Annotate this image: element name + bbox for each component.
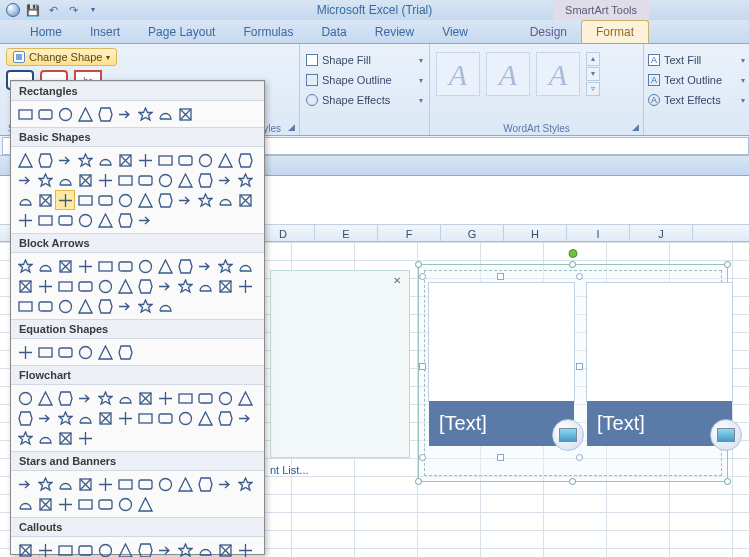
shape-option[interactable] bbox=[175, 170, 195, 190]
shape-option[interactable] bbox=[235, 408, 255, 428]
shape-option[interactable] bbox=[175, 190, 195, 210]
shape-option[interactable] bbox=[75, 474, 95, 494]
col-header[interactable]: I bbox=[567, 225, 630, 241]
wordart-preset[interactable]: A bbox=[536, 52, 580, 96]
resize-handle[interactable] bbox=[415, 261, 422, 268]
col-header[interactable]: H bbox=[504, 225, 567, 241]
shape-option[interactable] bbox=[55, 342, 75, 362]
shape-option[interactable] bbox=[95, 494, 115, 514]
shape-option[interactable] bbox=[95, 408, 115, 428]
shape-option[interactable] bbox=[175, 474, 195, 494]
shape-option[interactable] bbox=[175, 150, 195, 170]
tab-design[interactable]: Design bbox=[516, 21, 581, 43]
redo-icon[interactable]: ↷ bbox=[66, 3, 80, 17]
shape-option[interactable] bbox=[235, 256, 255, 276]
tab-formulas[interactable]: Formulas bbox=[229, 21, 307, 43]
shape-option[interactable] bbox=[75, 342, 95, 362]
picture-placeholder[interactable] bbox=[587, 283, 732, 401]
resize-handle[interactable] bbox=[569, 261, 576, 268]
shape-option[interactable] bbox=[75, 408, 95, 428]
shape-option[interactable] bbox=[115, 494, 135, 514]
shape-option[interactable] bbox=[135, 474, 155, 494]
shape-option[interactable] bbox=[55, 494, 75, 514]
undo-icon[interactable]: ↶ bbox=[46, 3, 60, 17]
shape-option[interactable] bbox=[35, 540, 55, 557]
shape-option[interactable] bbox=[115, 150, 135, 170]
shape-option[interactable] bbox=[35, 210, 55, 230]
shape-option[interactable] bbox=[55, 428, 75, 448]
shape-option[interactable] bbox=[35, 388, 55, 408]
shape-option[interactable] bbox=[35, 428, 55, 448]
shape-outline-button[interactable]: Shape Outline ▾ bbox=[306, 70, 423, 90]
tab-home[interactable]: Home bbox=[16, 21, 76, 43]
shape-option[interactable] bbox=[115, 256, 135, 276]
shape-option[interactable] bbox=[15, 388, 35, 408]
resize-handle[interactable] bbox=[415, 478, 422, 485]
shape-option[interactable] bbox=[75, 256, 95, 276]
gallery-up-icon[interactable]: ▴ bbox=[586, 52, 600, 66]
shape-option[interactable] bbox=[115, 210, 135, 230]
resize-handle[interactable] bbox=[569, 478, 576, 485]
shape-option[interactable] bbox=[55, 210, 75, 230]
change-shape-button[interactable]: Change Shape ▾ bbox=[6, 48, 117, 66]
smartart-item[interactable]: [Text] bbox=[429, 283, 574, 463]
shape-option[interactable] bbox=[155, 388, 175, 408]
shape-option[interactable] bbox=[135, 104, 155, 124]
shape-option[interactable] bbox=[115, 104, 135, 124]
shape-option[interactable] bbox=[155, 150, 175, 170]
shape-option[interactable] bbox=[195, 408, 215, 428]
shape-option[interactable] bbox=[215, 388, 235, 408]
shape-option[interactable] bbox=[135, 296, 155, 316]
shape-option[interactable] bbox=[15, 494, 35, 514]
shape-option[interactable] bbox=[75, 296, 95, 316]
shape-option[interactable] bbox=[35, 494, 55, 514]
smartart-frame[interactable]: [Text] [Text] bbox=[418, 264, 728, 482]
shape-option[interactable] bbox=[75, 150, 95, 170]
shape-option[interactable] bbox=[155, 474, 175, 494]
shape-option[interactable] bbox=[235, 474, 255, 494]
shape-option[interactable] bbox=[95, 210, 115, 230]
shape-option[interactable] bbox=[175, 408, 195, 428]
shape-option[interactable] bbox=[55, 276, 75, 296]
shape-option[interactable] bbox=[15, 540, 35, 557]
shape-option[interactable] bbox=[135, 210, 155, 230]
shape-option[interactable] bbox=[175, 256, 195, 276]
shape-option[interactable] bbox=[15, 342, 35, 362]
shape-option[interactable] bbox=[135, 540, 155, 557]
wordart-preset[interactable]: A bbox=[436, 52, 480, 96]
shape-option[interactable] bbox=[215, 190, 235, 210]
shape-option[interactable] bbox=[175, 540, 195, 557]
shape-option[interactable] bbox=[235, 388, 255, 408]
shape-option[interactable] bbox=[175, 276, 195, 296]
tab-page-layout[interactable]: Page Layout bbox=[134, 21, 229, 43]
shape-option[interactable] bbox=[55, 256, 75, 276]
shape-option[interactable] bbox=[95, 150, 115, 170]
shape-option[interactable] bbox=[195, 276, 215, 296]
shape-option[interactable] bbox=[135, 388, 155, 408]
shape-option[interactable] bbox=[15, 256, 35, 276]
shape-option[interactable] bbox=[15, 474, 35, 494]
rotate-handle-icon[interactable] bbox=[569, 249, 578, 258]
shape-option[interactable] bbox=[115, 170, 135, 190]
shape-option[interactable] bbox=[55, 170, 75, 190]
shape-option[interactable] bbox=[155, 104, 175, 124]
shape-option[interactable] bbox=[55, 104, 75, 124]
office-button[interactable] bbox=[6, 3, 20, 17]
text-pane[interactable]: ✕ bbox=[270, 270, 410, 458]
shape-option[interactable] bbox=[195, 540, 215, 557]
shape-option[interactable] bbox=[115, 388, 135, 408]
caption[interactable]: [Text] bbox=[587, 401, 732, 446]
shape-option[interactable] bbox=[15, 170, 35, 190]
shape-option[interactable] bbox=[95, 170, 115, 190]
shape-option[interactable] bbox=[95, 276, 115, 296]
shape-option[interactable] bbox=[55, 408, 75, 428]
tab-data[interactable]: Data bbox=[307, 21, 360, 43]
shape-option[interactable] bbox=[55, 474, 75, 494]
col-header[interactable]: J bbox=[630, 225, 693, 241]
shape-option[interactable] bbox=[235, 276, 255, 296]
shape-option[interactable] bbox=[35, 104, 55, 124]
shape-option[interactable] bbox=[135, 170, 155, 190]
qat-customize-icon[interactable]: ▾ bbox=[86, 3, 100, 17]
shape-option[interactable] bbox=[195, 190, 215, 210]
shape-option[interactable] bbox=[115, 408, 135, 428]
